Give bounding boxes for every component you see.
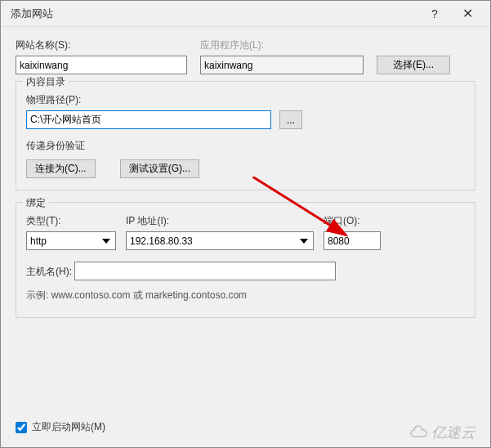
type-label: 类型(T): [26, 214, 116, 228]
physical-path-label: 物理路径(P): [26, 93, 465, 107]
pass-auth-label: 传递身份验证 [26, 139, 465, 153]
dialog-title: 添加网站 [7, 7, 418, 21]
port-input[interactable] [324, 231, 381, 250]
top-row: 网站名称(S): 应用程序池(L): 选择(E)... [16, 38, 475, 74]
browse-button[interactable]: ... [279, 110, 302, 129]
type-select[interactable]: http [26, 231, 116, 250]
binding-group: 绑定 类型(T): http IP 地址(I): 192.168.80.33 端… [16, 202, 475, 318]
app-pool-input [200, 56, 364, 74]
select-app-pool-button[interactable]: 选择(E)... [377, 56, 450, 74]
autostart-row[interactable]: 立即启动网站(M) [16, 420, 105, 434]
ellipsis-icon: ... [287, 114, 295, 126]
content-dir-group: 内容目录 物理路径(P): ... 传递身份验证 连接为(C)... 测试设置(… [16, 81, 475, 190]
titlebar: 添加网站 ? ✕ [1, 1, 490, 27]
hostname-example: 示例: www.contoso.com 或 marketing.contoso.… [26, 289, 465, 302]
close-button[interactable]: ✕ [451, 1, 484, 27]
test-settings-button[interactable]: 测试设置(G)... [120, 159, 199, 178]
autostart-checkbox[interactable] [16, 422, 27, 433]
cloud-icon [408, 425, 430, 440]
site-name-label: 网站名称(S): [16, 38, 187, 52]
help-button[interactable]: ? [418, 1, 451, 27]
binding-legend: 绑定 [23, 196, 49, 210]
physical-path-input[interactable] [26, 110, 271, 129]
watermark: 亿速云 [408, 423, 475, 442]
hostname-label: 主机名(H): [26, 266, 72, 277]
dialog-content: 网站名称(S): 应用程序池(L): 选择(E)... 内容目录 物理路径(P)… [1, 27, 490, 325]
ip-label: IP 地址(I): [126, 214, 314, 228]
hostname-input[interactable] [74, 262, 336, 280]
connect-as-button[interactable]: 连接为(C)... [26, 159, 96, 178]
ip-select[interactable]: 192.168.80.33 [126, 231, 314, 250]
add-website-dialog: 添加网站 ? ✕ 网站名称(S): 应用程序池(L): 选择(E)... 内容目… [0, 0, 491, 448]
content-dir-legend: 内容目录 [23, 75, 69, 89]
site-name-input[interactable] [16, 56, 187, 74]
app-pool-label: 应用程序池(L): [200, 38, 364, 52]
port-label: 端口(O): [324, 214, 381, 228]
autostart-label: 立即启动网站(M) [32, 420, 105, 434]
